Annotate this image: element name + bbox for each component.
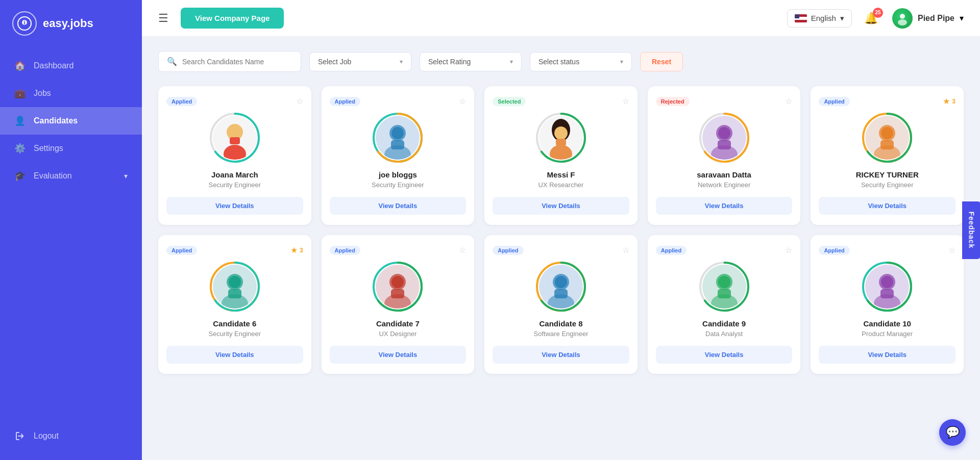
candidate-card: Selected ☆ Messi F UX Researcher View De… [484, 86, 638, 225]
candidate-name: Messi F [547, 170, 575, 179]
star-icon[interactable]: ☆ [948, 245, 955, 255]
avatar-ring [699, 112, 750, 163]
language-label: English [811, 14, 836, 22]
select-status-dropdown[interactable]: Select status ▾ [530, 52, 632, 71]
star-icon[interactable]: ★ [290, 245, 298, 255]
logout-icon [14, 430, 26, 442]
candidate-role: Network Engineer [698, 181, 750, 189]
select-rating-dropdown[interactable]: Select Rating ▾ [420, 52, 522, 71]
star-icon[interactable]: ☆ [296, 96, 303, 106]
star-area: ☆ [785, 96, 792, 106]
candidate-role: Product Manager [862, 330, 913, 338]
view-details-button[interactable]: View Details [493, 346, 629, 364]
filter-bar: 🔍 Select Job ▾ Select Rating ▾ Select st… [158, 51, 964, 72]
avatar-ring [209, 112, 260, 163]
avatar-ring [209, 261, 260, 312]
search-box[interactable]: 🔍 [158, 51, 301, 72]
view-details-button[interactable]: View Details [493, 197, 629, 215]
view-details-button[interactable]: View Details [656, 197, 793, 215]
chat-bubble[interactable]: 💬 [939, 419, 966, 446]
svg-text:i: i [23, 19, 25, 25]
star-area: ☆ [622, 245, 629, 255]
candidate-name: Candidate 7 [376, 319, 420, 328]
sidebar-item-jobs[interactable]: 💼 Jobs [0, 80, 142, 107]
select-job-dropdown[interactable]: Select Job ▾ [309, 52, 411, 71]
search-input[interactable] [182, 58, 284, 66]
status-badge: Applied [330, 246, 360, 255]
avatar-ring-svg [209, 261, 260, 312]
chevron-down-icon: ▾ [124, 172, 128, 180]
avatar-image [892, 8, 913, 29]
status-badge: Applied [166, 246, 197, 255]
sidebar-nav: 🏠 Dashboard 💼 Jobs 👤 Candidates ⚙️ Setti… [0, 47, 142, 460]
avatar-ring [699, 261, 750, 312]
view-details-button[interactable]: View Details [166, 197, 303, 215]
logout-button[interactable]: Logout [0, 422, 142, 450]
star-icon[interactable]: ☆ [785, 245, 792, 255]
candidate-name: Candidate 6 [213, 319, 256, 328]
card-header: Applied ☆ [166, 96, 303, 106]
avatar-ring [372, 112, 423, 163]
language-selector[interactable]: English ▾ [787, 9, 852, 28]
star-icon[interactable]: ☆ [459, 245, 466, 255]
avatar-ring-svg [535, 261, 586, 312]
feedback-tab[interactable]: Feedback [963, 201, 980, 259]
candidate-name: joe bloggs [379, 170, 417, 179]
candidate-role: Security Engineer [208, 181, 261, 189]
view-details-button[interactable]: View Details [330, 197, 467, 215]
sidebar-item-evaluation[interactable]: 🎓 Evaluation ▾ [0, 162, 142, 190]
select-rating-arrow-icon: ▾ [510, 58, 513, 65]
view-details-button[interactable]: View Details [819, 197, 955, 215]
menu-icon[interactable]: ☰ [158, 12, 168, 25]
avatar-ring-svg [862, 112, 913, 163]
candidate-name: RICKEY TURNER [856, 170, 919, 179]
candidate-card: Applied ☆ Candidate 9 Data Analyst View … [648, 235, 801, 374]
avatar-ring [535, 112, 586, 163]
view-details-button[interactable]: View Details [819, 346, 955, 364]
candidate-role: Software Engineer [534, 330, 589, 338]
star-area: ☆ [622, 96, 629, 106]
star-icon[interactable]: ★ [943, 96, 950, 106]
sidebar-item-settings[interactable]: ⚙️ Settings [0, 135, 142, 162]
candidate-card: Applied ☆ Joana March Security Engineer … [158, 86, 311, 225]
avatar-ring-svg [862, 261, 913, 312]
status-badge: Applied [819, 246, 849, 255]
star-icon[interactable]: ☆ [622, 96, 629, 106]
view-details-button[interactable]: View Details [330, 346, 467, 364]
select-status-label: Select status [538, 58, 579, 66]
notifications-bell[interactable]: 🔔 25 [864, 12, 878, 25]
card-header: Applied ☆ [330, 245, 467, 255]
candidates-icon: 👤 [14, 115, 26, 126]
star-area: ☆ [948, 245, 955, 255]
view-company-button[interactable]: View Company Page [181, 8, 284, 29]
language-arrow-icon: ▾ [840, 14, 844, 23]
candidate-name: Candidate 8 [539, 319, 582, 328]
user-dropdown-icon: ▾ [960, 13, 964, 23]
reset-button[interactable]: Reset [640, 52, 683, 71]
jobs-icon: 💼 [14, 88, 26, 99]
candidate-role: Data Analyst [705, 330, 743, 338]
avatar-ring-svg [699, 261, 750, 312]
status-badge: Rejected [656, 97, 690, 106]
sidebar-item-candidates[interactable]: 👤 Candidates [0, 107, 142, 135]
star-area: ☆ [785, 245, 792, 255]
sidebar-logo: i easy.jobs [0, 0, 142, 47]
candidate-card: Applied ★3 RICKEY TURNER Security Engine… [811, 86, 964, 225]
user-name-label: Pied Pipe [918, 14, 954, 23]
sidebar-item-dashboard[interactable]: 🏠 Dashboard [0, 52, 142, 80]
avatar-ring [862, 112, 913, 163]
star-icon[interactable]: ☆ [459, 96, 466, 106]
candidate-name: Candidate 9 [702, 319, 746, 328]
flag-icon [795, 14, 807, 22]
view-details-button[interactable]: View Details [166, 346, 303, 364]
view-details-button[interactable]: View Details [656, 346, 793, 364]
star-icon[interactable]: ☆ [622, 245, 629, 255]
candidate-role: Security Engineer [372, 181, 424, 189]
user-menu[interactable]: Pied Pipe ▾ [892, 8, 964, 29]
star-icon[interactable]: ☆ [785, 96, 792, 106]
svg-point-5 [898, 19, 907, 25]
candidate-role: Security Engineer [861, 181, 914, 189]
status-badge: Applied [493, 246, 523, 255]
card-header: Applied ☆ [656, 245, 793, 255]
star-area: ★3 [943, 96, 955, 106]
